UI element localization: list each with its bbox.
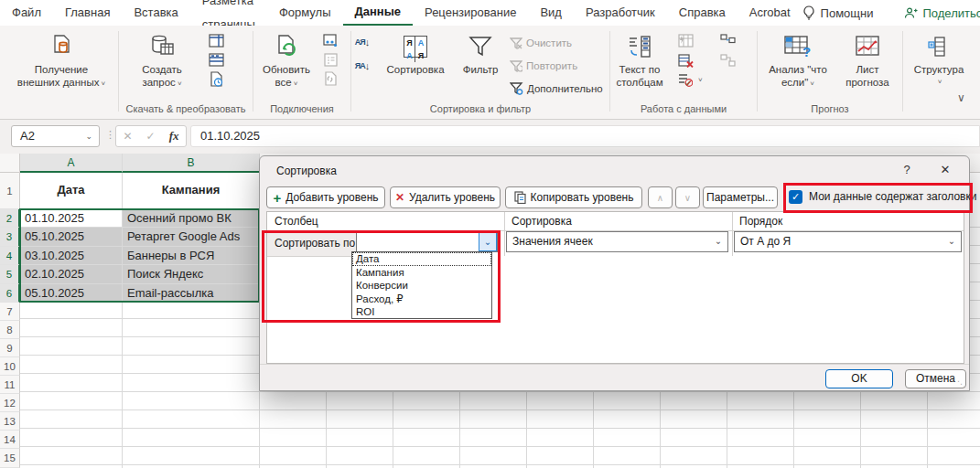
recent-sources-icon[interactable] (208, 52, 224, 67)
combo-chevron-icon[interactable]: ⌄ (709, 232, 727, 251)
cell-a4[interactable]: 03.10.2025 (20, 247, 123, 265)
row-header-5[interactable]: 5 (0, 265, 20, 284)
cell-b5[interactable]: Поиск Яндекс (123, 265, 260, 284)
row-header-6[interactable]: 6 (0, 284, 20, 303)
combo-chevron-icon[interactable]: ⌄ (942, 232, 961, 251)
refresh-all-button[interactable]: Обновить все˅ (256, 29, 317, 90)
insert-function-icon[interactable]: fx (169, 129, 179, 144)
row-header-1[interactable]: 1 (0, 173, 20, 209)
row-header-11[interactable]: 11 (0, 376, 20, 394)
cell-a1[interactable]: Дата (20, 173, 123, 209)
what-if-analysis-button[interactable]: ? Анализ "что если"˅ (762, 29, 834, 90)
tab-home[interactable]: Главная (53, 1, 122, 25)
sort-dialog-button[interactable]: Я А А Я Сортировка (380, 29, 451, 76)
cell-b1[interactable]: Кампания (123, 173, 260, 209)
share-person-icon (904, 6, 918, 20)
dialog-close-button[interactable]: ✕ (933, 161, 957, 179)
ok-button[interactable]: OK (825, 369, 893, 388)
copy-icon (514, 191, 526, 204)
tab-data[interactable]: Данные (343, 0, 414, 26)
cell-b2[interactable]: Осенний промо ВК (123, 209, 260, 228)
sort-by-label: Сортировать по (267, 231, 357, 257)
cell-a6[interactable]: 05.10.2025 (20, 284, 123, 303)
row-header-3[interactable]: 3 (0, 228, 20, 247)
dropdown-option-data[interactable]: Дата (352, 252, 491, 266)
data-validation-icon (677, 73, 693, 87)
row-header-10[interactable]: 10 (0, 357, 20, 376)
move-level-up-button: ∧ (648, 186, 673, 208)
group-label-get-transform: Скачать & преобразовать (120, 103, 252, 114)
sort-ascending-icon[interactable]: АЯ ↓ (354, 35, 371, 49)
name-box[interactable]: A2 ⌄ (11, 125, 100, 147)
outline-icon (928, 33, 950, 60)
collapse-ribbon-icon[interactable]: ∨ (957, 91, 965, 104)
tab-file[interactable]: Файл (0, 1, 53, 25)
combo-chevron-icon[interactable]: ⌄ (479, 232, 497, 251)
tab-formulas[interactable]: Формулы (267, 1, 343, 25)
connections-icon[interactable] (322, 33, 339, 48)
dropdown-option-spend[interactable]: Расход, ₽ (352, 292, 491, 306)
advanced-filter-button[interactable]: Дополнительно (510, 79, 603, 99)
dropdown-option-conversions[interactable]: Конверсии (352, 279, 491, 292)
remove-duplicates-icon[interactable] (677, 53, 694, 68)
dropdown-option-roi[interactable]: ROI (352, 305, 491, 319)
my-data-has-headers-label[interactable]: Мои данные содержат заголовки (809, 190, 976, 203)
query-history-icon[interactable] (208, 71, 224, 86)
cell-a2-active[interactable]: 01.10.2025 (20, 209, 123, 228)
get-external-data-button[interactable]: Получение внешних данных˅ (5, 29, 117, 90)
column-header-b[interactable]: B (123, 154, 260, 173)
sort-by-column-combobox[interactable]: ⌄ (356, 231, 498, 252)
delete-level-button[interactable]: ✕ Удалить уровень (390, 186, 501, 208)
data-validation-button[interactable]: ˅ (677, 73, 703, 87)
order-combobox[interactable]: От А до Я ⌄ (734, 231, 962, 252)
tab-view[interactable]: Вид (528, 1, 574, 25)
row-header-14[interactable]: 14 (0, 431, 20, 449)
filter-button[interactable]: Фильтр (455, 29, 506, 76)
consolidate-icon[interactable] (719, 33, 736, 48)
cell-a5[interactable]: 02.10.2025 (20, 265, 123, 284)
tab-review[interactable]: Рецензирование (413, 1, 528, 25)
chevron-down-icon: ˅ (178, 80, 182, 88)
add-level-button[interactable]: + Добавить уровень (266, 186, 385, 208)
assistant-bulb-icon[interactable] (802, 5, 815, 20)
cell-b4[interactable]: Баннеры в РСЯ (123, 247, 260, 265)
row-header-7[interactable]: 7 (0, 303, 20, 321)
tab-insert[interactable]: Вставка (122, 1, 189, 25)
row-header-15[interactable]: 15 (0, 449, 20, 468)
forecast-sheet-button[interactable]: Листпрогноза (837, 29, 898, 89)
resize-grip[interactable]: ⋱ (957, 379, 966, 388)
cell-b3[interactable]: Ретаргет Google Ads (123, 228, 260, 247)
row-header-12[interactable]: 12 (0, 394, 20, 412)
outline-button[interactable]: Структура ˅ (904, 29, 974, 89)
column-dropdown-list: Дата Кампания Конверсии Расход, ₽ ROI (351, 251, 492, 319)
row-header-8[interactable]: 8 (0, 321, 20, 339)
cell-a3[interactable]: 05.10.2025 (20, 228, 123, 247)
reapply-filter-button: Повторить (510, 56, 603, 76)
tab-developer[interactable]: Разработчик (574, 1, 667, 25)
row-header-4[interactable]: 4 (0, 247, 20, 265)
formula-input[interactable]: 01.10.2025 (190, 125, 980, 147)
cell-b6[interactable]: Email-рассылка (123, 284, 260, 303)
ribbon-tab-bar: Файл Главная Вставка Разметка страницы Ф… (0, 0, 980, 26)
row-header-2[interactable]: 2 (0, 209, 20, 228)
sort-on-combobox[interactable]: Значения ячеек ⌄ (506, 231, 728, 252)
row-header-9[interactable]: 9 (0, 339, 20, 357)
sort-descending-icon[interactable]: ЯА ↓ (354, 58, 371, 73)
text-to-columns-button[interactable]: Текст постолбцам (611, 29, 668, 89)
from-table-icon[interactable] (208, 33, 224, 48)
copy-level-button[interactable]: Копировать уровень (505, 186, 642, 208)
new-query-button[interactable]: Создать запрос˅ (127, 29, 197, 90)
row-header-13[interactable]: 13 (0, 412, 20, 431)
name-box-chevron-icon[interactable]: ⌄ (85, 126, 92, 146)
dropdown-option-campaign[interactable]: Кампания (352, 266, 491, 280)
tab-help[interactable]: Справка (667, 1, 738, 25)
options-button[interactable]: Параметры... (703, 186, 778, 208)
assistant-label[interactable]: Помощни (821, 6, 874, 20)
share-button[interactable]: Поделиться (904, 6, 980, 20)
my-data-has-headers-checkbox[interactable]: ✓ (789, 190, 802, 204)
chevron-down-icon: ˅ (101, 80, 105, 88)
column-header-a[interactable]: A (20, 154, 123, 173)
select-all-corner[interactable] (0, 154, 20, 173)
tab-acrobat[interactable]: Acrobat (738, 1, 802, 25)
dialog-help-button[interactable]: ? (895, 161, 919, 179)
